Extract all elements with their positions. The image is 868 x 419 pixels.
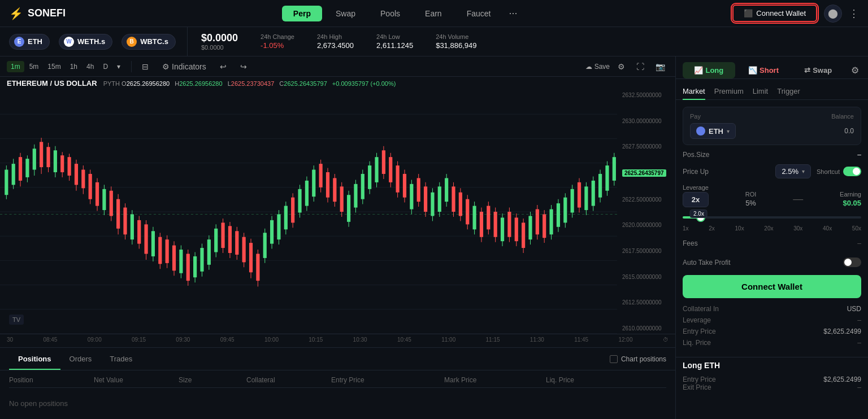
nav-more-dots[interactable]: ··· [504, 7, 522, 19]
lev-mark-20x[interactable]: 20x [764, 225, 773, 232]
nav-perp[interactable]: Perp [282, 6, 322, 21]
long-icon: 📈 [694, 66, 703, 75]
tf-d[interactable]: D [99, 61, 112, 72]
price-up-selector[interactable]: 2.5% ▾ [775, 164, 811, 178]
time-30: 30 [7, 337, 13, 345]
shortcut-label: Shortcut [817, 168, 840, 175]
time-1000: 10:00 [264, 337, 279, 345]
tf-1h[interactable]: 1h [66, 61, 81, 72]
lev-mark-40x[interactable]: 40x [823, 225, 832, 232]
auto-tp-toggle[interactable] [843, 257, 861, 267]
stat-24h-volume: 24h Volume $31,886,949 [436, 33, 476, 50]
lev-mark-2x[interactable]: 2x [709, 225, 715, 232]
col-liq-price: Liq. Price [546, 376, 631, 384]
lev-mark-30x[interactable]: 30x [793, 225, 802, 232]
pay-token-row: ETH ▾ 0.0 [690, 123, 854, 139]
cloud-icon: ☁ [585, 63, 592, 71]
chart-positions-label: Chart positions [621, 355, 666, 363]
ohlc-close: C2625.26435797 [279, 80, 327, 87]
order-premium[interactable]: Premium [714, 84, 744, 100]
asset-weth[interactable]: W WETH.s [59, 34, 112, 50]
stat-24h-high: 24h High 2,673.4500 [317, 33, 354, 50]
col-mark-price: Mark Price [444, 376, 546, 384]
lev-mark-50x[interactable]: 50x [852, 225, 861, 232]
nav-faucet[interactable]: Faucet [455, 6, 502, 21]
chart-type-btn[interactable]: ⊟ [138, 60, 152, 73]
tf-4h[interactable]: 4h [83, 61, 98, 72]
tab-orders[interactable]: Orders [60, 349, 101, 370]
asset-selector: E ETH W WETH.s B WBTC.s [9, 27, 188, 56]
roi-value: 5% [745, 199, 757, 207]
chart-canvas: 2632.50000000 2630.00000000 2627.5000000… [0, 90, 675, 334]
nav-pools[interactable]: Pools [369, 6, 411, 21]
chart-screenshot-btn[interactable]: 📷 [652, 60, 669, 73]
connect-wallet-button[interactable]: ⬛ Connect Wallet [732, 5, 817, 22]
save-label: Save [594, 63, 610, 71]
leverage-value-box[interactable]: 2x [683, 192, 709, 207]
asset-eth[interactable]: E ETH [9, 34, 50, 50]
tab-trades[interactable]: Trades [101, 349, 141, 370]
indicators-btn[interactable]: ⚙ Indicators [159, 60, 210, 73]
panel-settings-button[interactable]: ⚙ [849, 63, 861, 78]
panel-connect-wallet-button[interactable]: Connect Wallet [683, 275, 861, 298]
slider-track [683, 216, 861, 219]
ohlc-high-val: 2625.26956280 [179, 80, 222, 87]
tab-positions[interactable]: Positions [9, 349, 60, 370]
chart-settings-btn[interactable]: ⚙ [614, 60, 628, 73]
leverage-header: Leverage 2x ROI 5% — Earning $0.05 [683, 184, 861, 207]
undo-btn[interactable]: ↩ [216, 60, 230, 73]
order-trigger[interactable]: Trigger [777, 84, 800, 100]
pos-size-label: Pos.Size [683, 151, 709, 159]
swap-button[interactable]: ⇄ Swap [792, 62, 844, 78]
low-label: 24h Low [376, 33, 413, 40]
ohlc-high: H2625.26956280 [175, 80, 222, 87]
redo-btn[interactable]: ↪ [237, 60, 250, 73]
lev-mark-1x[interactable]: 1x [683, 225, 689, 232]
tf-1m[interactable]: 1m [7, 61, 24, 72]
tf-5m[interactable]: 5m [25, 61, 43, 72]
time-0915: 09:15 [132, 337, 146, 345]
leverage-group: Leverage 2x [683, 184, 709, 207]
indicators-label: Indicators [172, 62, 206, 71]
chart-fullscreen-btn[interactable]: ⛶ [633, 60, 648, 73]
time-0930: 09:30 [176, 337, 190, 345]
high-label: 24h High [317, 33, 354, 40]
time-0845: 08:45 [43, 337, 57, 345]
short-button[interactable]: 📉 Short [737, 62, 790, 78]
tf-more[interactable]: ▾ [113, 61, 124, 72]
time-axis: 30 08:45 09:00 09:15 09:30 09:45 10:00 1… [0, 334, 675, 347]
logo: ⚡ SONEFI [9, 7, 71, 20]
collateral-in-label: Collateral In [683, 305, 719, 313]
indicators-icon: ⚙ [162, 62, 170, 71]
long-button[interactable]: 📈 Long [683, 62, 735, 78]
menu-icon-button[interactable]: ⋮ [849, 7, 859, 20]
order-market[interactable]: Market [683, 84, 705, 100]
asset-wbtc[interactable]: B WBTC.s [121, 34, 176, 50]
header-right: ⬛ Connect Wallet ⬤ ⋮ [732, 5, 859, 23]
save-btn[interactable]: ☁ Save [585, 63, 610, 71]
toggle-thumb [853, 168, 860, 175]
time-1115: 11:15 [486, 337, 500, 345]
balance-value: 0.0 [844, 127, 854, 135]
swap-label: Swap [813, 66, 832, 75]
collateral-in-row: Collateral In USD [683, 305, 861, 313]
lev-mark-10x[interactable]: 10x [735, 225, 744, 232]
bottom-tabs: Positions Orders Trades Chart positions … [0, 347, 675, 419]
low-value: 2,611.1245 [376, 41, 413, 50]
pay-section: Pay Balance ETH ▾ 0.0 [683, 107, 861, 145]
shortcut-toggle-switch[interactable] [843, 167, 861, 176]
nav-earn[interactable]: Earn [414, 6, 453, 21]
entry-price-label: Entry Price [683, 328, 716, 335]
ohlc-close-val: 2625.26435797 [284, 80, 327, 87]
order-limit[interactable]: Limit [753, 84, 768, 100]
token-selector[interactable]: ETH ▾ [690, 123, 736, 139]
nav-swap[interactable]: Swap [324, 6, 367, 21]
leverage-slider[interactable]: 2.0x [683, 211, 861, 224]
wallet-icon: ⬛ [744, 9, 753, 18]
connect-wallet-label: Connect Wallet [756, 9, 806, 18]
time-1015: 10:15 [309, 337, 323, 345]
profile-icon-button[interactable]: ⬤ [824, 5, 842, 23]
tf-15m[interactable]: 15m [44, 61, 64, 72]
ticker-price-section: $0.0000 $0.0000 24h Change -1.05% 24h Hi… [188, 32, 859, 51]
chart-positions-checkbox[interactable]: Chart positions [610, 355, 666, 363]
